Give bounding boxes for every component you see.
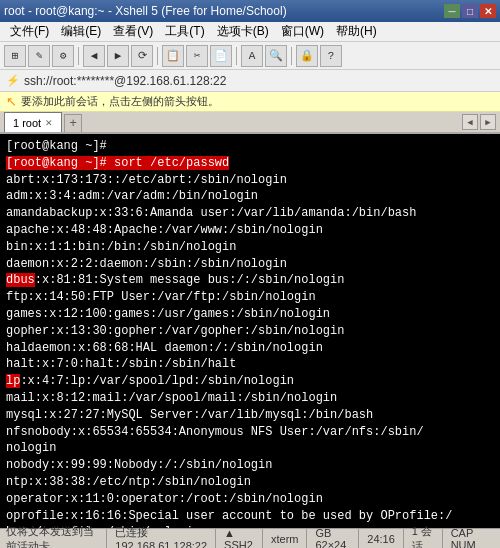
title-bar: root - root@kang:~ - Xshell 5 (Free for …	[0, 0, 500, 22]
status-caps-text: CAP NUM	[451, 527, 486, 549]
menu-window[interactable]: 窗口(W)	[275, 21, 330, 42]
toolbar-btn-9[interactable]: 📄	[210, 45, 232, 67]
address-text: ssh://root:********@192.168.61.128:22	[24, 74, 226, 88]
toolbar-btn-1[interactable]: ⊞	[4, 45, 26, 67]
status-protocol: ▲ SSH2	[224, 529, 263, 548]
terminal[interactable]: [root@kang ~]# [root@kang ~]# sort /etc/…	[0, 134, 500, 528]
main-content: 文件(F) 编辑(E) 查看(V) 工具(T) 选项卡(B) 窗口(W) 帮助(…	[0, 22, 500, 548]
menu-tools[interactable]: 工具(T)	[159, 21, 210, 42]
info-text: 要添加此前会话，点击左侧的箭头按钮。	[21, 94, 219, 109]
terminal-line-14: halt:x:7:0:halt:/sbin:/sbin/halt	[6, 357, 236, 371]
window-title: root - root@kang:~ - Xshell 5 (Free for …	[4, 4, 287, 18]
terminal-line-21: operator:x:11:0:operator:/root:/sbin/nol…	[6, 492, 323, 506]
toolbar-btn-5[interactable]: ▶	[107, 45, 129, 67]
tab-close-btn[interactable]: ✕	[45, 118, 53, 128]
menu-tabs[interactable]: 选项卡(B)	[211, 21, 275, 42]
terminal-line-1: [root@kang ~]#	[6, 139, 107, 153]
tab-root[interactable]: 1 root ✕	[4, 112, 62, 132]
terminal-line-9: dbus:x:81:81:System message bus:/:/sbin/…	[6, 273, 344, 287]
toolbar-btn-6[interactable]: ⟳	[131, 45, 153, 67]
menu-file[interactable]: 文件(F)	[4, 21, 55, 42]
terminal-line-13: haldaemon:x:68:68:HAL daemon:/:/sbin/nol…	[6, 341, 323, 355]
status-caps: CAP NUM	[451, 529, 494, 548]
terminal-line-4: adm:x:3:4:adm:/var/adm:/bin/nologin	[6, 189, 258, 203]
terminal-line-2: [root@kang ~]# sort /etc/passwd	[6, 156, 229, 170]
status-encoding-text: GB 62×24	[315, 527, 350, 549]
tab-add-btn[interactable]: +	[64, 114, 82, 132]
info-bar: ↖ 要添加此前会话，点击左侧的箭头按钮。	[0, 92, 500, 112]
terminal-line-6: apache:x:48:48:Apache:/var/www:/sbin/nol…	[6, 223, 323, 237]
toolbar-btn-13[interactable]: ?	[320, 45, 342, 67]
status-connection-text: 已连接 192.168.61.128:22	[115, 525, 207, 548]
status-sessions-text: 1 会话	[412, 524, 434, 549]
minimize-button[interactable]: ─	[444, 4, 460, 18]
terminal-line-17: mysql:x:27:27:MySQL Server:/var/lib/mysq…	[6, 408, 373, 422]
toolbar-sep-4	[291, 47, 292, 65]
status-encoding: GB 62×24	[315, 529, 359, 548]
toolbar-btn-4[interactable]: ◀	[83, 45, 105, 67]
toolbar-sep-3	[236, 47, 237, 65]
toolbar-btn-11[interactable]: 🔍	[265, 45, 287, 67]
status-selection: 仅将文本发送到当前活动卡	[6, 529, 107, 548]
status-bar: 仅将文本发送到当前活动卡 已连接 192.168.61.128:22 ▲ SSH…	[0, 528, 500, 548]
window-controls: ─ □ ✕	[444, 4, 496, 18]
status-cursor: 24:16	[367, 529, 404, 548]
status-selection-text: 仅将文本发送到当前活动卡	[6, 524, 98, 549]
maximize-button[interactable]: □	[462, 4, 478, 18]
status-protocol-text: ▲ SSH2	[224, 527, 254, 549]
tab-bar: 1 root ✕ + ◀ ▶	[0, 112, 500, 134]
status-sessions: 1 会话	[412, 529, 443, 548]
terminal-line-20: ntp:x:38:38:/etc/ntp:/sbin/nologin	[6, 475, 251, 489]
terminal-line-12: gopher:x:13:30:gopher:/var/gopher:/sbin/…	[6, 324, 344, 338]
toolbar-sep-1	[78, 47, 79, 65]
toolbar-sep-2	[157, 47, 158, 65]
terminal-line-3: abrt:x:173:173::/etc/abrt:/sbin/nologin	[6, 173, 287, 187]
menu-edit[interactable]: 编辑(E)	[55, 21, 107, 42]
toolbar-btn-2[interactable]: ✎	[28, 45, 50, 67]
address-icon: ⚡	[6, 74, 20, 87]
terminal-line-8: daemon:x:2:2:daemon:/sbin:/sbin/nologin	[6, 257, 287, 271]
terminal-line-11: games:x:12:100:games:/usr/games:/sbin/no…	[6, 307, 330, 321]
terminal-line-16: mail:x:8:12:mail:/var/spool/mail:/sbin/n…	[6, 391, 337, 405]
terminal-line-10: ftp:x:14:50:FTP User:/var/ftp:/sbin/nolo…	[6, 290, 316, 304]
terminal-line-19: nobody:x:99:99:Nobody:/:/sbin/nologin	[6, 458, 272, 472]
terminal-wrapper: [root@kang ~]# [root@kang ~]# sort /etc/…	[0, 134, 500, 528]
menu-bar: 文件(F) 编辑(E) 查看(V) 工具(T) 选项卡(B) 窗口(W) 帮助(…	[0, 22, 500, 42]
tab-next-btn[interactable]: ▶	[480, 114, 496, 130]
toolbar-btn-12[interactable]: 🔒	[296, 45, 318, 67]
terminal-line-5: amandabackup:x:33:6:Amanda user:/var/lib…	[6, 206, 416, 220]
info-icon: ↖	[6, 94, 17, 109]
toolbar-btn-8[interactable]: ✂	[186, 45, 208, 67]
toolbar-btn-10[interactable]: A	[241, 45, 263, 67]
menu-view[interactable]: 查看(V)	[107, 21, 159, 42]
tab-label: 1 root	[13, 117, 41, 129]
terminal-line-15: lp:x:4:7:lp:/var/spool/lpd:/sbin/nologin	[6, 374, 294, 388]
status-terminal-text: xterm	[271, 533, 299, 545]
menu-help[interactable]: 帮助(H)	[330, 21, 383, 42]
status-cursor-text: 24:16	[367, 533, 395, 545]
toolbar-btn-7[interactable]: 📋	[162, 45, 184, 67]
tab-nav: ◀ ▶	[462, 114, 496, 132]
address-bar: ⚡ ssh://root:********@192.168.61.128:22	[0, 70, 500, 92]
toolbar: ⊞ ✎ ⚙ ◀ ▶ ⟳ 📋 ✂ 📄 A 🔍 🔒 ?	[0, 42, 500, 70]
terminal-line-7: bin:x:1:1:bin:/bin:/sbin/nologin	[6, 240, 236, 254]
status-terminal: xterm	[271, 529, 308, 548]
terminal-line-18: nfsnobody:x:65534:65534:Anonymous NFS Us…	[6, 425, 424, 456]
status-connection: 已连接 192.168.61.128:22	[115, 529, 216, 548]
close-button[interactable]: ✕	[480, 4, 496, 18]
toolbar-btn-3[interactable]: ⚙	[52, 45, 74, 67]
tab-prev-btn[interactable]: ◀	[462, 114, 478, 130]
